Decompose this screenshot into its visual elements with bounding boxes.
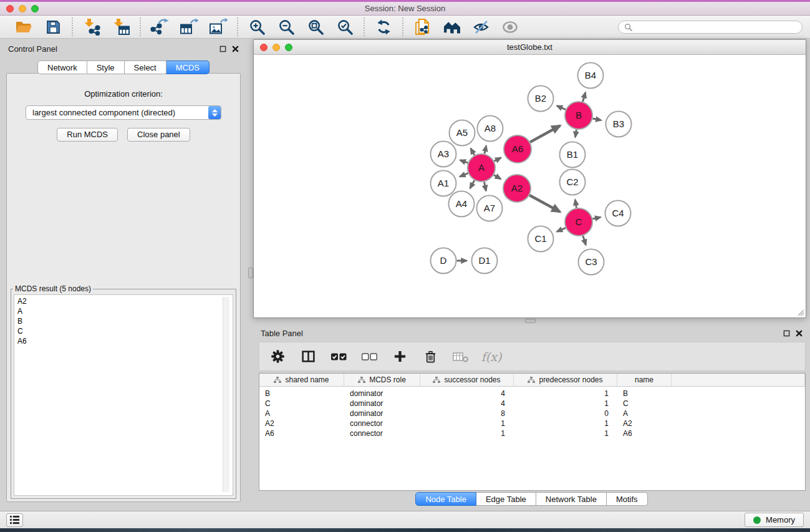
edge-A2-C[interactable] bbox=[529, 195, 560, 212]
edge-A-A2[interactable] bbox=[494, 175, 501, 179]
tab-edge-table[interactable]: Edge Table bbox=[476, 492, 536, 506]
result-list-item[interactable]: A2 bbox=[17, 296, 229, 306]
column-header-shared-name[interactable]: shared name bbox=[259, 374, 344, 386]
tab-mcds[interactable]: MCDS bbox=[166, 60, 210, 74]
float-table-panel-icon[interactable] bbox=[783, 330, 790, 337]
tab-network[interactable]: Network bbox=[37, 60, 87, 74]
select-all-button[interactable] bbox=[329, 347, 349, 367]
mcds-result-list[interactable]: A2ABCA6 bbox=[14, 294, 233, 496]
zoom-in-button[interactable] bbox=[247, 17, 267, 36]
edge-B-B2[interactable] bbox=[557, 106, 566, 110]
unchecked-checkboxes-icon bbox=[361, 352, 378, 362]
close-panel-icon[interactable] bbox=[232, 46, 239, 52]
table-row[interactable]: A2connector11A2 bbox=[259, 418, 805, 428]
network-graph[interactable]: B4B2BB3A8A5A6B1A3AC2A1A2A4A7C4CC1C3DD1 bbox=[254, 56, 806, 318]
network-window-titlebar[interactable]: testGlobe.txt bbox=[254, 40, 806, 55]
close-table-panel-icon[interactable] bbox=[796, 330, 803, 337]
import-network-button[interactable] bbox=[82, 17, 102, 36]
edge-B-B1[interactable] bbox=[575, 130, 576, 137]
delete-rows-button[interactable] bbox=[420, 347, 440, 367]
table-cell: A6 bbox=[259, 429, 344, 438]
column-header-predecessor-nodes[interactable]: predecessor nodes bbox=[514, 374, 617, 386]
import-table-button[interactable] bbox=[111, 17, 131, 36]
network-minimize-button[interactable] bbox=[272, 44, 280, 51]
search-field[interactable] bbox=[618, 21, 803, 34]
edge-A-A5[interactable] bbox=[471, 148, 475, 155]
edge-A-A6[interactable] bbox=[494, 158, 501, 162]
tab-motifs[interactable]: Motifs bbox=[607, 492, 648, 506]
table-cell: 1 bbox=[514, 399, 617, 408]
edge-C-C3[interactable] bbox=[583, 236, 586, 245]
close-panel-button[interactable]: Close panel bbox=[127, 128, 190, 142]
table-row[interactable]: Cdominator41C bbox=[259, 399, 805, 409]
export-image-button[interactable] bbox=[208, 17, 228, 36]
function-builder-button[interactable]: f(x) bbox=[481, 347, 501, 367]
run-mcds-button[interactable]: Run MCDS bbox=[57, 128, 118, 142]
resize-grip-icon[interactable] bbox=[796, 308, 804, 316]
tab-node-table[interactable]: Node Table bbox=[415, 492, 476, 506]
criterion-dropdown[interactable]: largest connected component (directed) bbox=[26, 105, 221, 120]
result-list-item[interactable]: C bbox=[17, 326, 229, 336]
search-input[interactable] bbox=[636, 22, 796, 32]
node-label-B: B bbox=[576, 110, 582, 120]
edge-C-C1[interactable] bbox=[557, 228, 566, 231]
result-list-item[interactable]: A bbox=[17, 306, 229, 316]
edge-A-A3[interactable] bbox=[460, 160, 468, 163]
minimize-window-button[interactable] bbox=[19, 5, 26, 12]
column-header-name[interactable]: name bbox=[617, 374, 672, 386]
edge-C-C2[interactable] bbox=[575, 200, 576, 208]
refresh-view-button[interactable] bbox=[374, 17, 393, 36]
column-header-successor-nodes[interactable]: successor nodes bbox=[420, 374, 514, 386]
network-zoom-button[interactable] bbox=[285, 44, 292, 51]
column-header-MCDS-role[interactable]: MCDS role bbox=[344, 374, 420, 386]
zoom-window-button[interactable] bbox=[31, 5, 39, 12]
first-neighbors-button[interactable] bbox=[441, 17, 461, 36]
edge-A-A1[interactable] bbox=[460, 173, 468, 177]
vertical-splitter-handle[interactable] bbox=[248, 268, 253, 278]
tab-network-table[interactable]: Network Table bbox=[536, 492, 607, 506]
task-history-button[interactable] bbox=[6, 513, 23, 527]
node-table[interactable]: shared nameMCDS rolesuccessor nodesprede… bbox=[259, 373, 806, 491]
float-panel-icon[interactable] bbox=[219, 46, 226, 52]
table-row[interactable]: Bdominator41B bbox=[259, 389, 805, 399]
export-table-button[interactable] bbox=[179, 17, 199, 36]
clone-network-button[interactable] bbox=[412, 17, 432, 36]
network-close-button[interactable] bbox=[260, 44, 268, 51]
edge-B-B3[interactable] bbox=[592, 118, 601, 120]
split-table-pane-button[interactable] bbox=[298, 347, 318, 367]
zoom-out-button[interactable] bbox=[276, 17, 296, 36]
control-panel-header: Control Panel bbox=[2, 40, 245, 57]
tab-style[interactable]: Style bbox=[87, 60, 125, 74]
table-cell: connector bbox=[344, 419, 420, 428]
edge-C-C4[interactable] bbox=[592, 217, 600, 219]
column-settings-button[interactable] bbox=[268, 347, 287, 367]
horizontal-splitter-handle[interactable] bbox=[525, 319, 536, 323]
table-cell: A bbox=[259, 409, 344, 418]
add-row-button[interactable] bbox=[390, 347, 410, 367]
result-list-scrollbar[interactable] bbox=[223, 297, 229, 492]
edge-A-A4[interactable] bbox=[470, 180, 475, 188]
zoom-selected-button[interactable] bbox=[335, 17, 355, 36]
hide-graphics-details-button[interactable] bbox=[471, 17, 491, 36]
deselect-all-button[interactable] bbox=[359, 347, 379, 367]
search-icon bbox=[624, 23, 632, 31]
edge-A-A8[interactable] bbox=[485, 146, 486, 154]
edge-B-B4[interactable] bbox=[583, 92, 586, 102]
delete-table-button[interactable] bbox=[451, 347, 471, 367]
table-row[interactable]: A6connector11A6 bbox=[259, 428, 805, 438]
edge-A-A7[interactable] bbox=[485, 182, 486, 191]
table-row[interactable]: Adominator80A bbox=[259, 409, 805, 418]
result-list-item[interactable]: A6 bbox=[17, 336, 229, 346]
open-session-button[interactable] bbox=[14, 17, 34, 36]
result-list-item[interactable]: B bbox=[17, 316, 229, 326]
edge-A6-B[interactable] bbox=[530, 125, 560, 142]
tab-select[interactable]: Select bbox=[125, 60, 166, 74]
close-window-button[interactable] bbox=[6, 5, 14, 12]
table-cell: 1 bbox=[420, 429, 514, 438]
zoom-fit-button[interactable] bbox=[306, 17, 325, 36]
memory-button[interactable]: Memory bbox=[745, 513, 804, 527]
export-network-button[interactable] bbox=[150, 17, 170, 36]
save-session-button[interactable] bbox=[43, 17, 63, 36]
application-window: Session: New Session bbox=[0, 0, 810, 532]
birds-eye-view-button[interactable] bbox=[500, 17, 520, 36]
